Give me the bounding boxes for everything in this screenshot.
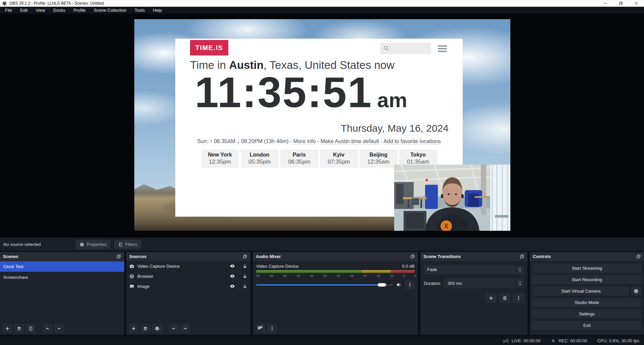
add-scene-button[interactable] <box>2 324 12 333</box>
restore-icon <box>618 1 623 6</box>
source-move-down-button[interactable] <box>180 324 190 333</box>
start-recording-button[interactable]: Start Recording <box>533 275 641 284</box>
timeis-meridiem: am <box>377 88 407 112</box>
menu-scene-collection[interactable]: Scene Collection <box>90 7 131 14</box>
title-bar: OBS 29.1.2 - Profile: LLHLS BETA - Scene… <box>0 0 644 7</box>
sources-panel-header: Sources <box>126 252 250 261</box>
scene-transitions-panel: Scene Transitions Fade Duration 300 ms <box>420 252 527 335</box>
world-clock-kyiv: Kyiv07:35pm <box>320 149 358 168</box>
timeis-search-box <box>380 43 431 54</box>
globe-icon <box>129 274 134 279</box>
favorite-locations-link: Add to favorite locations <box>383 138 441 144</box>
popout-icon[interactable] <box>636 254 641 259</box>
menu-profile[interactable]: Profile <box>69 7 90 14</box>
dots-vertical-icon <box>270 326 275 331</box>
scene-move-down-button[interactable] <box>54 324 64 333</box>
add-source-button[interactable] <box>129 324 139 333</box>
plus-icon <box>131 326 136 331</box>
remove-source-button[interactable] <box>140 324 150 333</box>
lock-open-icon[interactable] <box>242 284 247 289</box>
mixer-channel-menu-button[interactable] <box>405 280 415 289</box>
webcam-source[interactable] <box>394 165 510 231</box>
menu-help[interactable]: Help <box>149 7 166 14</box>
lock-open-icon[interactable] <box>242 264 247 269</box>
eye-icon[interactable] <box>230 263 235 269</box>
popout-icon[interactable] <box>116 254 121 259</box>
chevron-up-icon <box>171 326 176 331</box>
source-properties-button[interactable] <box>152 324 162 333</box>
chevron-up-icon <box>518 281 522 284</box>
dots-vertical-icon <box>407 282 412 287</box>
scenes-panel-header: Scenes <box>0 252 124 261</box>
menu-edit[interactable]: Edit <box>16 7 32 14</box>
no-source-selected-label: No source selected <box>3 238 41 251</box>
transition-select[interactable]: Fade <box>424 265 524 274</box>
transition-properties-button[interactable] <box>513 293 524 303</box>
menu-docks[interactable]: Docks <box>49 7 69 14</box>
popout-icon[interactable] <box>410 254 415 259</box>
sources-panel: Sources Video Capture Device Browser Ima… <box>126 252 250 335</box>
source-item-browser[interactable]: Browser <box>126 271 250 281</box>
volume-row <box>256 280 415 289</box>
speaker-icon[interactable] <box>396 282 402 288</box>
audio-mixer-header: Audio Mixer <box>253 252 418 261</box>
exit-button[interactable]: Exit <box>533 321 641 330</box>
gear-icon <box>155 326 159 331</box>
remove-scene-button[interactable] <box>14 324 24 333</box>
minimize-button[interactable] <box>598 0 613 7</box>
transition-select-chevrons[interactable] <box>515 265 524 274</box>
properties-button[interactable]: Properties <box>76 240 110 249</box>
scene-move-up-button[interactable] <box>42 324 52 333</box>
menu-file[interactable]: File <box>1 7 16 14</box>
world-clock-paris: Paris06:35pm <box>280 149 318 168</box>
world-clock-newyork: New York12:35pm <box>201 149 239 168</box>
chevron-up-icon <box>45 326 50 331</box>
timeis-date: Thursday, May 16, 2024 <box>341 123 449 134</box>
filters-button[interactable]: Filters <box>114 240 141 249</box>
controls-panel-header: Controls <box>530 252 644 261</box>
duration-spinbox[interactable]: 300 ms <box>444 278 524 288</box>
virtual-camera-config-button[interactable] <box>631 287 641 296</box>
mixer-menu-button[interactable] <box>267 324 277 333</box>
restore-button[interactable] <box>613 0 629 7</box>
controls-panel: Controls Start Streaming Start Recording… <box>530 252 644 335</box>
eye-icon[interactable] <box>230 284 235 289</box>
start-streaming-button[interactable]: Start Streaming <box>533 264 641 273</box>
trash-icon <box>17 326 21 331</box>
timeis-time: 11:35:51 <box>195 69 372 116</box>
status-bar: LIVE: 00:00:00 REC: 00:00:00 CPU: 0.6%, … <box>0 337 644 345</box>
source-item-video-capture[interactable]: Video Capture Device <box>126 261 250 271</box>
window-title: OBS 29.1.2 - Profile: LLHLS BETA - Scene… <box>9 1 104 6</box>
trash-icon <box>143 326 148 331</box>
menu-tools[interactable]: Tools <box>131 7 149 14</box>
world-clock-beijing: Beijing12:35am <box>360 149 398 168</box>
scene-item-clock-test[interactable]: Clock Test <box>0 261 124 272</box>
popout-icon[interactable] <box>519 254 524 259</box>
volume-slider-handle[interactable] <box>378 283 386 287</box>
eye-icon[interactable] <box>230 273 235 279</box>
preview-canvas[interactable]: TIME.IS Time in Austin, Texas, United St… <box>134 19 510 231</box>
menu-view[interactable]: View <box>32 7 49 14</box>
more-info-link: More info <box>293 138 316 144</box>
trash-icon <box>502 296 507 301</box>
source-move-up-button[interactable] <box>169 324 179 333</box>
volume-slider[interactable] <box>256 284 393 286</box>
mixer-channel-name: Video Capture Device <box>256 264 298 269</box>
mixer-channel-level: 0.0 dB <box>402 264 415 269</box>
transitions-toolbar <box>424 293 524 303</box>
popout-icon[interactable] <box>242 254 247 259</box>
add-transition-button[interactable] <box>485 293 497 303</box>
studio-mode-button[interactable]: Studio Mode <box>533 298 641 307</box>
start-virtual-camera-button[interactable]: Start Virtual Camera <box>533 287 629 296</box>
scene-item-screenshare[interactable]: Screenshare <box>0 272 124 283</box>
close-button[interactable] <box>629 0 644 7</box>
lock-open-icon[interactable] <box>242 274 247 279</box>
plus-icon <box>5 326 10 331</box>
source-item-image[interactable]: Image <box>126 281 250 291</box>
scene-filters-button[interactable] <box>26 324 36 333</box>
cpu-fps-stats: CPU: 0.6%, 30.00 fps <box>597 338 639 343</box>
advanced-audio-button[interactable] <box>255 324 265 333</box>
settings-button[interactable]: Settings <box>533 309 641 318</box>
remove-transition-button[interactable] <box>499 293 510 303</box>
duration-spin-buttons[interactable] <box>515 278 524 288</box>
